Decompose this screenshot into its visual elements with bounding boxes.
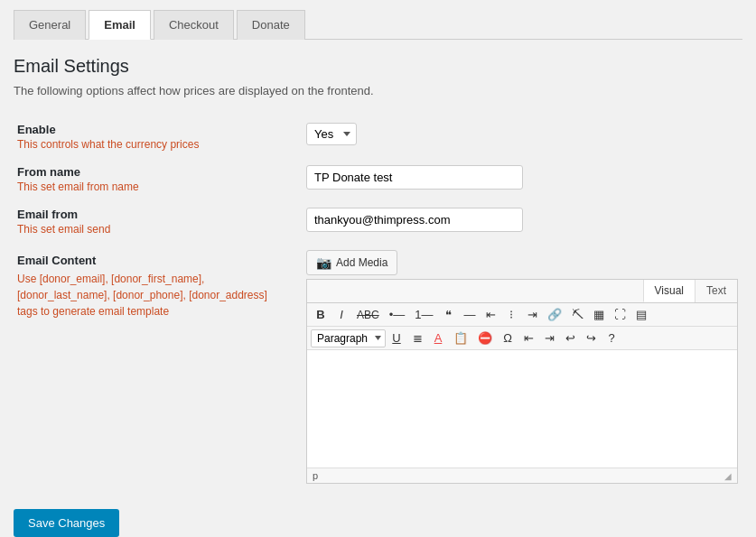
ordered-list-button[interactable]: 1— — [410, 305, 437, 324]
bold-button[interactable]: B — [311, 305, 331, 324]
from-name-input[interactable] — [306, 165, 523, 190]
from-name-label: From name — [17, 165, 285, 179]
add-media-button[interactable]: 📷 Add Media — [306, 250, 397, 275]
kitchen-sink-button[interactable]: ▤ — [631, 305, 651, 324]
paste-word-button[interactable]: 📋 — [449, 329, 472, 347]
editor-wrapper: B I ABC •— 1— ❝ — ⇤ ⁝ ⇥ 🔗 ⛏ ▦ ⛶ — [306, 302, 738, 484]
tab-text[interactable]: Text — [695, 280, 737, 302]
undo-button[interactable]: ↩ — [560, 329, 580, 347]
strikethrough-button[interactable]: ABC — [352, 305, 384, 324]
editor-tab-bar: Visual Text — [306, 279, 738, 302]
unordered-list-button[interactable]: •— — [385, 305, 410, 324]
indent-button[interactable]: ⇥ — [539, 329, 559, 347]
format-select[interactable]: Paragraph Heading 1 Heading 2 Heading 3 — [311, 329, 386, 347]
page-wrapper: General Email Checkout Donate Email Sett… — [0, 0, 756, 537]
underline-button[interactable]: U — [387, 329, 406, 347]
toolbar-row-1: B I ABC •— 1— ❝ — ⇤ ⁝ ⇥ 🔗 ⛏ ▦ ⛶ — [307, 303, 737, 327]
fullscreen-button[interactable]: ⛶ — [610, 305, 630, 324]
tab-general[interactable]: General — [14, 10, 86, 40]
unlink-button[interactable]: ⛏ — [567, 305, 588, 324]
editor-resize-handle[interactable]: ◢ — [724, 471, 732, 481]
section-description: The following options affect how prices … — [14, 84, 742, 97]
redo-button[interactable]: ↪ — [581, 329, 601, 347]
blockquote-button[interactable]: ❝ — [438, 305, 458, 324]
enable-label: Enable — [17, 123, 285, 136]
clear-format-button[interactable]: ⛔ — [473, 329, 497, 347]
enable-desc: This controls what the currency prices — [17, 138, 285, 151]
justify-button[interactable]: ≣ — [407, 329, 427, 347]
email-from-desc: This set email send — [17, 223, 285, 236]
from-name-desc: This set email from name — [17, 181, 285, 193]
enable-row: Enable This controls what the currency p… — [14, 116, 742, 158]
insert-columns-button[interactable]: ▦ — [589, 305, 609, 324]
align-center-button[interactable]: ⁝ — [501, 305, 521, 324]
editor-content[interactable] — [307, 350, 737, 468]
email-content-hint: Use [donor_email], [donor_first_name], [… — [17, 271, 285, 319]
help-button[interactable]: ? — [602, 329, 621, 347]
tab-bar: General Email Checkout Donate — [14, 9, 742, 40]
email-from-input[interactable] — [306, 208, 523, 232]
link-button[interactable]: 🔗 — [543, 305, 566, 324]
hr-button[interactable]: — — [459, 305, 480, 324]
align-left-button[interactable]: ⇤ — [481, 305, 500, 324]
tab-donate[interactable]: Donate — [237, 10, 305, 40]
font-color-button[interactable]: A — [428, 329, 448, 347]
add-media-label: Add Media — [336, 256, 387, 269]
add-media-icon: 📷 — [316, 255, 331, 270]
tab-checkout[interactable]: Checkout — [154, 10, 234, 40]
special-char-button[interactable]: Ω — [498, 329, 518, 347]
align-right-button[interactable]: ⇥ — [522, 305, 542, 324]
save-changes-button[interactable]: Save Changes — [14, 509, 119, 537]
toolbar-row-2: Paragraph Heading 1 Heading 2 Heading 3 … — [307, 327, 737, 350]
from-name-row: From name This set email from name — [14, 158, 742, 200]
editor-current-tag: p — [313, 470, 318, 481]
tab-visual[interactable]: Visual — [643, 280, 695, 302]
tab-email[interactable]: Email — [89, 10, 151, 40]
outdent-button[interactable]: ⇤ — [518, 329, 538, 347]
email-from-label: Email from — [17, 208, 285, 221]
add-media-row: 📷 Add Media — [306, 250, 739, 275]
page-title: Email Settings — [14, 56, 742, 77]
editor-status-bar: p ◢ — [307, 468, 737, 483]
italic-button[interactable]: I — [331, 305, 351, 324]
email-from-row: Email from This set email send — [14, 200, 742, 243]
enable-select[interactable]: Yes No — [306, 123, 357, 145]
email-content-label: Email Content — [17, 254, 285, 267]
settings-table: Enable This controls what the currency p… — [14, 116, 742, 491]
email-content-row: Email Content Use [donor_email], [donor_… — [14, 243, 742, 491]
